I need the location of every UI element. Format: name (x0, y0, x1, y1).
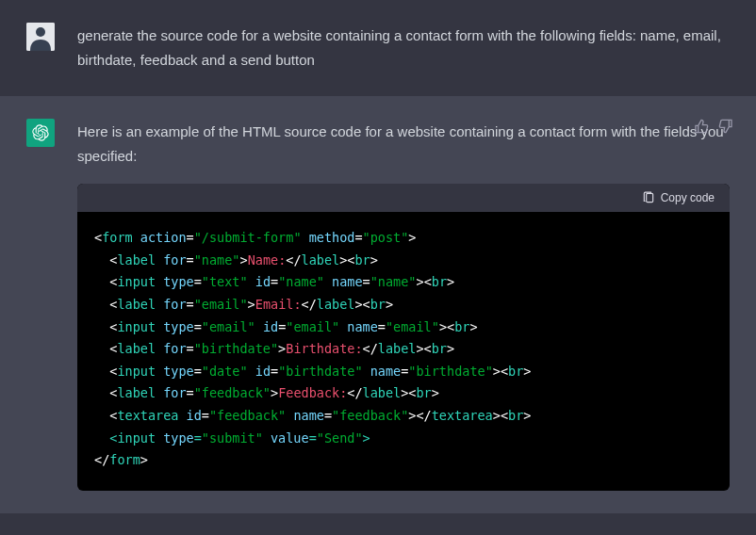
assistant-intro-text: Here is an example of the HTML source co… (77, 120, 730, 170)
copy-code-label: Copy code (661, 191, 715, 204)
code-block-header: Copy code (77, 184, 730, 212)
user-message: generate the source code for a website c… (0, 0, 756, 96)
openai-logo-icon (32, 124, 49, 141)
clipboard-icon (642, 191, 655, 204)
assistant-avatar (26, 119, 55, 147)
user-avatar (26, 23, 55, 51)
copy-code-button[interactable]: Copy code (642, 191, 715, 204)
feedback-buttons (694, 119, 733, 134)
thumbs-up-icon (694, 119, 709, 134)
thumbs-down-icon (718, 119, 733, 134)
person-photo-icon (26, 23, 55, 51)
user-message-text: generate the source code for a website c… (77, 23, 730, 73)
assistant-message: Here is an example of the HTML source co… (0, 96, 756, 513)
thumbs-down-button[interactable] (718, 119, 733, 134)
thumbs-up-button[interactable] (694, 119, 709, 134)
code-content[interactable]: <form action="/submit-form" method="post… (77, 212, 730, 491)
svg-point-1 (36, 27, 45, 37)
code-block: Copy code <form action="/submit-form" me… (77, 184, 730, 491)
svg-rect-2 (646, 193, 652, 202)
